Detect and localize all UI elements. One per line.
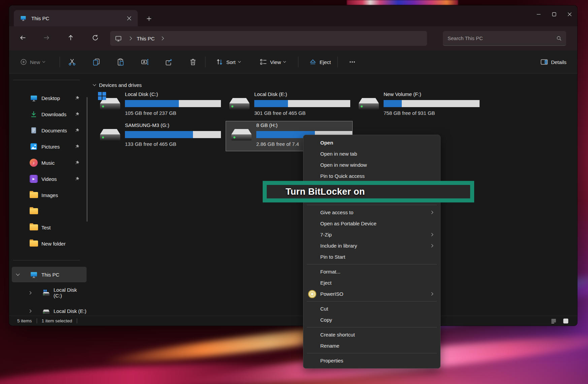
cut-button[interactable] xyxy=(65,55,79,69)
eject-button[interactable]: Eject xyxy=(306,55,333,69)
menu-item-include-in-library[interactable]: Include in library xyxy=(303,240,440,251)
share-button[interactable] xyxy=(162,55,176,69)
sidebar-item-music[interactable]: ♪ Music xyxy=(12,155,87,170)
sort-icon xyxy=(216,58,224,66)
cut-icon xyxy=(68,58,76,66)
view-button[interactable]: View xyxy=(257,55,288,69)
thumbnail-view-icon[interactable] xyxy=(562,318,569,324)
drive-free-space: 2.86 GB free of 7.4 xyxy=(256,141,299,147)
drive-name: SAMSUNG-M3 (G:) xyxy=(125,122,169,128)
windows-logo-icon xyxy=(98,92,106,100)
sidebar-item-test[interactable]: Test xyxy=(12,220,87,235)
drive-free-space: 301 GB free of 465 GB xyxy=(254,110,306,116)
details-button[interactable]: Details xyxy=(537,55,569,69)
sort-button[interactable]: Sort xyxy=(213,55,243,69)
menu-item-give-access-to[interactable]: Give access to xyxy=(303,207,440,218)
pin-icon xyxy=(74,111,80,117)
drive-usage-bar xyxy=(125,131,221,138)
drive-free-space: 105 GB free of 237 GB xyxy=(125,110,176,116)
sidebar-item-local-disk-c[interactable]: Local Disk (C:) xyxy=(12,285,87,300)
tab-this-pc[interactable]: This PC xyxy=(14,10,138,26)
drive-icon xyxy=(41,308,50,314)
menu-item-open-in-new-window[interactable]: Open in new window xyxy=(303,159,440,170)
sidebar-item-documents[interactable]: Documents xyxy=(12,123,87,138)
context-menu: Open Open in new tab Open in new window … xyxy=(303,135,440,369)
sidebar-item-folder[interactable] xyxy=(12,203,87,219)
menu-separator xyxy=(307,205,437,205)
status-divider xyxy=(77,318,77,323)
forward-button[interactable] xyxy=(40,31,53,44)
eject-label: Eject xyxy=(320,59,331,65)
chevron-down-icon[interactable] xyxy=(16,272,20,276)
sidebar-item-videos[interactable]: ▶ Videos xyxy=(12,171,87,187)
sidebar-item-pictures[interactable]: Pictures xyxy=(12,139,87,154)
sidebar-item-downloads[interactable]: Downloads xyxy=(12,106,87,122)
details-view-icon[interactable] xyxy=(550,318,557,324)
menu-item-rename[interactable]: Rename xyxy=(303,340,440,351)
sidebar-item-desktop[interactable]: Desktop xyxy=(12,90,87,106)
section-header-devices[interactable]: Devices and drives xyxy=(93,82,142,88)
refresh-button[interactable] xyxy=(89,31,102,44)
menu-item-cut[interactable]: Cut xyxy=(303,303,440,314)
sidebar-item-this-pc[interactable]: This PC xyxy=(12,267,87,282)
back-button[interactable] xyxy=(16,31,30,44)
status-bar: 5 items 1 item selected xyxy=(9,316,577,326)
sidebar-item-images[interactable]: Images xyxy=(12,187,87,203)
delete-button[interactable] xyxy=(186,55,200,69)
documents-icon xyxy=(30,126,38,134)
sidebar-item-local-disk-e[interactable]: Local Disk (E:) xyxy=(12,303,87,316)
window-header: This PC xyxy=(9,5,577,51)
new-button[interactable]: New xyxy=(17,55,47,69)
pin-icon xyxy=(74,176,80,182)
menu-item-open-in-new-tab[interactable]: Open in new tab xyxy=(303,148,440,159)
folder-icon xyxy=(30,208,38,214)
drive-name: Local Disk (C:) xyxy=(125,91,158,97)
sidebar-item-new-folder[interactable]: New folder xyxy=(12,236,87,251)
drive-free-space: 758 GB free of 931 GB xyxy=(384,110,435,116)
menu-item-copy[interactable]: Copy xyxy=(303,314,440,325)
menu-item-7zip[interactable]: 7-Zip xyxy=(303,229,440,240)
menu-item-create-shortcut[interactable]: Create shortcut xyxy=(303,329,440,340)
close-icon xyxy=(567,12,572,17)
minimize-button[interactable] xyxy=(531,7,546,22)
selected-count: 1 item selected xyxy=(42,318,72,323)
drive-tile-e[interactable]: Local Disk (E:) 301 GB free of 465 GB xyxy=(229,91,351,119)
copy-button[interactable] xyxy=(89,55,103,69)
pin-icon xyxy=(74,160,80,166)
menu-item-properties[interactable]: Properties xyxy=(303,355,440,366)
menu-item-poweriso[interactable]: PowerISO xyxy=(303,288,440,299)
search-input[interactable] xyxy=(447,35,556,41)
status-divider xyxy=(37,318,37,323)
menu-item-pin-to-start[interactable]: Pin to Start xyxy=(303,251,440,262)
close-window-button[interactable] xyxy=(562,7,577,22)
maximize-button[interactable] xyxy=(546,7,562,22)
drive-tile-g[interactable]: SAMSUNG-M3 (G:) 133 GB free of 465 GB xyxy=(99,122,221,150)
music-icon: ♪ xyxy=(30,159,38,167)
menu-item-eject[interactable]: Eject xyxy=(303,277,440,288)
tab-close-button[interactable] xyxy=(124,13,134,23)
chevron-right-icon[interactable] xyxy=(28,309,32,313)
sidebar-scrollbar[interactable] xyxy=(87,97,88,222)
more-dots-icon xyxy=(348,58,356,66)
menu-item-pin-to-quick-access[interactable]: Pin to Quick access xyxy=(303,170,440,182)
new-tab-button[interactable] xyxy=(144,13,154,24)
menu-item-open-as-portable-device[interactable]: Open as Portable Device xyxy=(303,218,440,229)
up-button[interactable] xyxy=(64,31,77,44)
drive-icon xyxy=(231,126,252,142)
breadcrumb[interactable]: This PC xyxy=(110,31,427,46)
drive-icon xyxy=(99,95,121,111)
downloads-icon xyxy=(30,110,38,118)
menu-item-open[interactable]: Open xyxy=(303,137,440,148)
turn-bitlocker-on-label: Turn BitLocker on xyxy=(286,187,365,197)
bitlocker-highlight-annotation: Turn BitLocker on xyxy=(263,181,474,202)
search-box[interactable] xyxy=(443,31,566,46)
chevron-right-icon[interactable] xyxy=(28,291,32,294)
breadcrumb-this-pc[interactable]: This PC xyxy=(137,36,155,41)
rename-button[interactable] xyxy=(138,55,152,69)
menu-item-turn-bitlocker-on[interactable]: Turn BitLocker on xyxy=(267,185,470,198)
drive-tile-f[interactable]: New Volume (F:) 758 GB free of 931 GB xyxy=(358,91,480,119)
paste-button[interactable] xyxy=(113,55,128,69)
drive-tile-c[interactable]: Local Disk (C:) 105 GB free of 237 GB xyxy=(99,91,221,119)
menu-item-format[interactable]: Format... xyxy=(303,266,440,277)
more-button[interactable] xyxy=(345,55,359,69)
